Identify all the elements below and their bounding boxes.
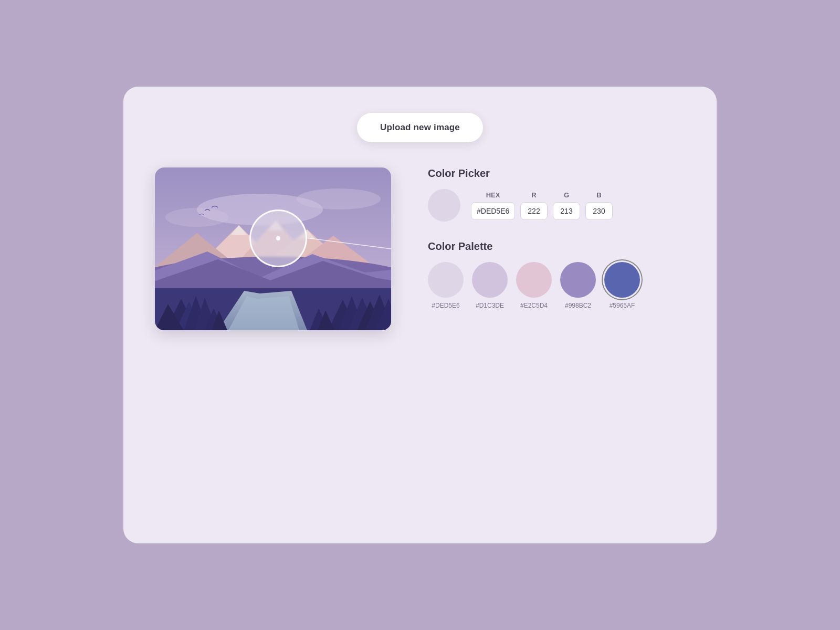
landscape-image	[155, 167, 391, 330]
palette-swatch-1[interactable]	[428, 262, 464, 298]
color-palette-section: Color Palette #DED5E6 #D1C3DE	[428, 240, 685, 309]
palette-item-2[interactable]: #D1C3DE	[472, 262, 508, 309]
palette-item-5[interactable]: #5965AF	[604, 262, 640, 309]
color-palette-title: Color Palette	[428, 240, 685, 253]
r-label: R	[520, 191, 548, 199]
image-container	[155, 167, 391, 330]
palette-item-4[interactable]: #998BC2	[560, 262, 596, 309]
hex-input[interactable]	[471, 202, 515, 220]
main-card: Upload new image	[123, 87, 717, 543]
upload-button[interactable]: Upload new image	[357, 113, 483, 142]
right-panel: Color Picker HEX R G B	[428, 167, 685, 309]
palette-swatch-3[interactable]	[516, 262, 552, 298]
palette-hex-5: #5965AF	[610, 302, 635, 309]
svg-point-2	[297, 188, 381, 209]
b-input[interactable]	[585, 202, 613, 220]
color-picker-display: HEX R G B	[428, 189, 685, 222]
palette-hex-1: #DED5E6	[432, 302, 459, 309]
g-label: G	[553, 191, 580, 199]
palette-swatch-5[interactable]	[604, 262, 640, 298]
svg-point-3	[165, 208, 228, 227]
r-input[interactable]	[520, 202, 548, 220]
g-input[interactable]	[553, 202, 580, 220]
b-label: B	[585, 191, 613, 199]
color-picker-title: Color Picker	[428, 167, 685, 180]
palette-swatch-2[interactable]	[472, 262, 508, 298]
color-values: HEX R G B	[471, 191, 613, 220]
palette-item-1[interactable]: #DED5E6	[428, 262, 464, 309]
color-labels: HEX R G B	[471, 191, 613, 199]
palette-swatch-4[interactable]	[560, 262, 596, 298]
color-inputs	[471, 202, 613, 220]
palette-hex-3: #E2C5D4	[520, 302, 548, 309]
palette-item-3[interactable]: #E2C5D4	[516, 262, 552, 309]
palette-swatches: #DED5E6 #D1C3DE #E2C5D4 #9	[428, 262, 685, 309]
hex-label: HEX	[471, 191, 515, 199]
palette-hex-4: #998BC2	[565, 302, 591, 309]
main-content: Color Picker HEX R G B	[155, 167, 685, 330]
color-picker-section: Color Picker HEX R G B	[428, 167, 685, 222]
palette-hex-2: #D1C3DE	[476, 302, 504, 309]
color-swatch-large	[428, 189, 460, 222]
